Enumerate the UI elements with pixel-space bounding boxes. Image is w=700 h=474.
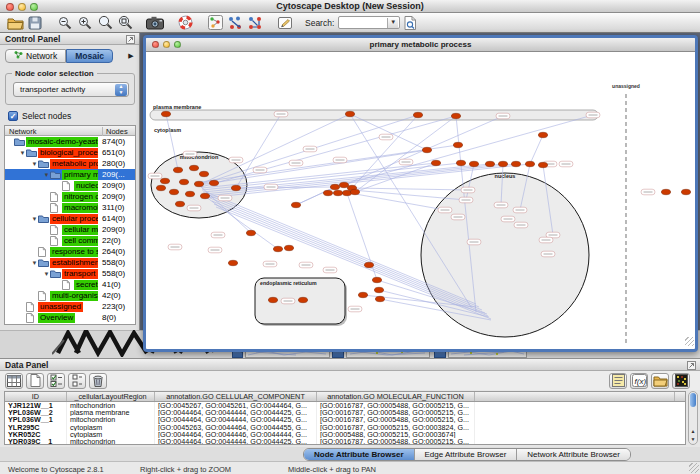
tree-row-primary-metabo[interactable]: ▼primary metabo209(... — [5, 169, 135, 180]
network-node[interactable] — [374, 287, 383, 292]
network-node[interactable] — [372, 277, 381, 282]
table-row[interactable]: YKR052Ccytoplasm[GO:0044464, GO:0044446,… — [5, 431, 685, 438]
tree-row-mosaic-demo-yeast[interactable]: mosaic-demo-yeast874(0) — [5, 136, 135, 147]
network-node[interactable] — [194, 181, 203, 186]
snapshot-button[interactable] — [145, 14, 165, 32]
table-row[interactable]: YLR295Ccytoplasm[GO:0045263, GO:0044464,… — [5, 424, 685, 431]
network-node[interactable] — [413, 112, 422, 117]
select-nodes-checkbox[interactable]: ✓ — [8, 111, 18, 121]
network-node[interactable] — [231, 185, 240, 190]
network-node[interactable] — [538, 162, 547, 167]
table-row[interactable]: YPL036W__2plasma membrane[GO:0044464, GO… — [5, 409, 685, 416]
expand-arrow-icon[interactable]: ▼ — [43, 172, 50, 178]
node-color-dropdown[interactable]: transporter activity ▲▼ — [13, 82, 129, 97]
minimize-window-button[interactable] — [18, 3, 26, 11]
network-node[interactable] — [209, 180, 218, 185]
network-node[interactable] — [681, 189, 690, 194]
open-folder-button[interactable] — [5, 14, 25, 32]
scroll-up-arrow[interactable]: ▲ — [689, 427, 697, 435]
network-node[interactable] — [185, 191, 194, 196]
network-node[interactable] — [456, 160, 465, 165]
tree-row-nitrogen-compo[interactable]: nitrogen compo209(0) — [5, 191, 135, 202]
expand-arrow-icon[interactable]: ▼ — [43, 271, 50, 277]
network-node[interactable] — [298, 297, 307, 302]
expand-arrow-icon[interactable]: ▼ — [31, 216, 38, 222]
tab-mosaic[interactable]: Mosaic — [66, 49, 113, 63]
select-attributes-button[interactable] — [47, 373, 65, 389]
tree-row-establishment-of-lo[interactable]: ▼establishment of lo558(0) — [5, 257, 135, 268]
tree-row-transport[interactable]: ▼transport558(0) — [5, 268, 135, 279]
network-canvas[interactable]: plasma membranecytoplasmmitochondrionnuc… — [146, 52, 695, 347]
tree-row-macromolecule[interactable]: macromolecule311(0) — [5, 202, 135, 213]
expand-arrow-icon[interactable]: ▼ — [31, 161, 38, 167]
network-node[interactable] — [268, 297, 277, 302]
tab-network[interactable]: Network — [5, 49, 66, 63]
formula-fx-button[interactable]: f(x) — [630, 373, 648, 389]
zoom-out-button[interactable] — [55, 14, 75, 32]
attribute-list-button[interactable] — [609, 373, 627, 389]
table-row[interactable]: YDR039C__1mitochondrion[GO:0044464, GO:0… — [5, 438, 685, 445]
zoom-window-button[interactable] — [30, 3, 38, 11]
network-node[interactable] — [333, 190, 342, 195]
attribute-table-button[interactable] — [5, 373, 23, 389]
tree-row-secretion[interactable]: secretion41(0) — [5, 279, 135, 290]
network-node[interactable] — [485, 161, 494, 166]
column-header[interactable]: annotation.GO MOLECULAR_FUNCTION — [317, 392, 475, 401]
layout-network-1-button[interactable] — [225, 14, 245, 32]
save-button[interactable] — [25, 14, 45, 32]
zoom-selected-button[interactable] — [95, 14, 115, 32]
tree-row-overview[interactable]: Overview8(0) — [5, 312, 135, 323]
network-node[interactable] — [169, 189, 178, 194]
network-node[interactable] — [511, 161, 520, 166]
tree-row-metabolic-process[interactable]: ▼metabolic process280(0) — [5, 158, 135, 169]
search-input[interactable]: ▼ — [338, 16, 400, 29]
network-node[interactable] — [525, 161, 534, 166]
tree-row-response-to-stimulu[interactable]: response to stimulu264(0) — [5, 246, 135, 257]
expand-arrow-icon[interactable]: ▼ — [31, 260, 38, 266]
table-scrollbar[interactable]: ▲ ▼ — [688, 391, 698, 445]
network-node[interactable] — [469, 161, 478, 166]
scroll-down-arrow[interactable]: ▼ — [689, 435, 697, 443]
network-node[interactable] — [156, 185, 165, 190]
network-node[interactable] — [538, 132, 547, 137]
network-node[interactable] — [273, 246, 282, 251]
new-attribute-button[interactable] — [26, 373, 44, 389]
layout-network-2-button[interactable] — [245, 14, 265, 32]
network-node[interactable] — [284, 245, 293, 250]
network-node[interactable] — [339, 182, 348, 187]
tree-row-multi-organism-pro[interactable]: multi-organism pro42(0) — [5, 290, 135, 301]
network-node[interactable] — [200, 193, 209, 198]
network-node[interactable] — [189, 165, 198, 170]
tab-network-attribute-browser[interactable]: Network Attribute Browser — [517, 449, 629, 460]
network-node[interactable] — [342, 190, 351, 195]
network-node[interactable] — [498, 161, 507, 166]
search-options-button[interactable] — [400, 14, 420, 32]
zoom-fit-button[interactable] — [115, 14, 135, 32]
network-node[interactable] — [375, 296, 384, 301]
expand-arrow-icon[interactable]: ▼ — [19, 150, 26, 156]
network-node[interactable] — [175, 201, 184, 206]
network-node[interactable] — [661, 189, 670, 194]
window-resize-grip[interactable] — [685, 337, 694, 346]
network-node[interactable] — [161, 111, 170, 116]
table-row[interactable]: YPL036W__1mitochondrion[GO:0044464, GO:0… — [5, 416, 685, 423]
column-header[interactable]: _cellularLayoutRegion — [67, 392, 155, 401]
close-window-button[interactable] — [6, 3, 14, 11]
tree-row-cellular-process[interactable]: ▼cellular process614(0) — [5, 213, 135, 224]
network-node[interactable] — [179, 179, 188, 184]
app-resize-grip[interactable] — [689, 463, 699, 473]
tab-edge-attribute-browser[interactable]: Edge Attribute Browser — [415, 449, 518, 460]
network-node[interactable] — [173, 167, 182, 172]
network-node[interactable] — [422, 147, 431, 152]
network-node[interactable] — [291, 202, 300, 207]
network-node[interactable] — [199, 171, 208, 176]
tree-row-unassigned[interactable]: unassigned223(0) — [5, 301, 135, 312]
tree-row-cellular-metabol[interactable]: cellular metabol209(0) — [5, 224, 135, 235]
column-header[interactable]: ID — [5, 392, 67, 401]
delete-attribute-button[interactable] — [89, 373, 107, 389]
network-window-titlebar[interactable]: primary metabolic process — [146, 38, 695, 52]
network-overview-button[interactable] — [205, 14, 225, 32]
help-ring-button[interactable] — [175, 14, 195, 32]
network-node[interactable] — [358, 292, 367, 297]
network-node[interactable] — [431, 160, 440, 165]
